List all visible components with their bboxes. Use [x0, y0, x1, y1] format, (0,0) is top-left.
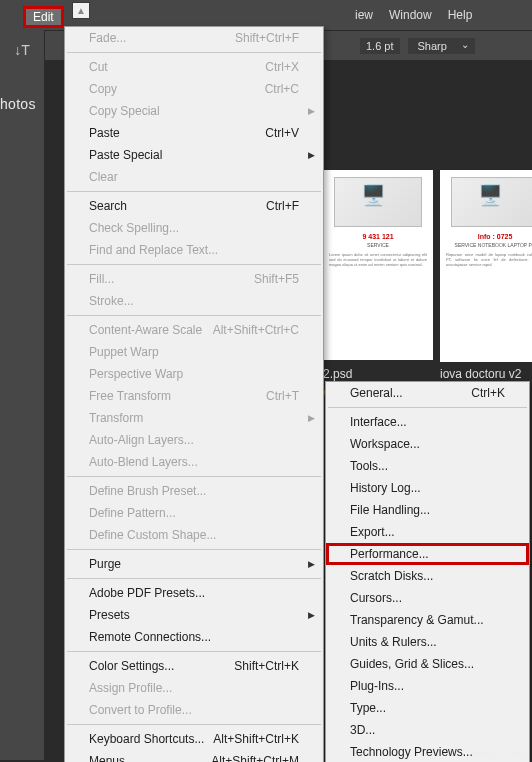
menu-item-cursors[interactable]: Cursors... — [326, 587, 529, 609]
menu-item-label: 3D... — [350, 723, 375, 737]
menu-item-stroke: Stroke... — [65, 290, 323, 312]
menu-item-3d[interactable]: 3D... — [326, 719, 529, 741]
menu-item-define-custom-shape: Define Custom Shape... — [65, 524, 323, 546]
menu-item-interface[interactable]: Interface... — [326, 411, 529, 433]
menu-item-plug-ins[interactable]: Plug-Ins... — [326, 675, 529, 697]
panel-title: hotos — [0, 96, 36, 112]
thumbnail-2[interactable]: Info : 0725 SERVICE NOTEBOOK LAPTOP PC R… — [440, 170, 532, 362]
submenu-arrow-icon: ▶ — [308, 413, 315, 423]
menu-item-label: Type... — [350, 701, 386, 715]
menu-item-label: Copy — [89, 82, 117, 96]
thumbnail-subtitle: SERVICE NOTEBOOK LAPTOP PC — [443, 242, 532, 248]
menu-item-shortcut: Alt+Shift+Ctrl+M — [211, 754, 299, 762]
menu-item-copy: CopyCtrl+C — [65, 78, 323, 100]
menu-item-keyboard-shortcuts[interactable]: Keyboard Shortcuts...Alt+Shift+Ctrl+K — [65, 728, 323, 750]
thumbnail-subtitle: SERVICE — [326, 242, 430, 248]
menu-item-label: Fade... — [89, 31, 126, 45]
thumbnail-hotline: Info : 0725 — [443, 233, 532, 240]
menu-item-label: Assign Profile... — [89, 681, 172, 695]
menu-item-convert-to-profile: Convert to Profile... — [65, 699, 323, 721]
submenu-arrow-icon: ▶ — [308, 150, 315, 160]
menu-item-file-handling[interactable]: File Handling... — [326, 499, 529, 521]
menu-item-define-brush-preset: Define Brush Preset... — [65, 480, 323, 502]
menu-item-label: Workspace... — [350, 437, 420, 451]
menu-item-tools[interactable]: Tools... — [326, 455, 529, 477]
menu-item-shortcut: Ctrl+T — [266, 389, 299, 403]
menu-item-label: Find and Replace Text... — [89, 243, 218, 257]
menu-item-shortcut: Ctrl+K — [471, 386, 505, 400]
menu-separator — [328, 407, 527, 408]
menu-view[interactable]: iew — [347, 4, 381, 26]
menu-item-label: Stroke... — [89, 294, 134, 308]
menu-item-copy-special: Copy Special▶ — [65, 100, 323, 122]
menu-item-label: Define Pattern... — [89, 506, 176, 520]
menu-item-export[interactable]: Export... — [326, 521, 529, 543]
menu-item-label: Puppet Warp — [89, 345, 159, 359]
menu-separator — [67, 578, 321, 579]
menu-item-shortcut: Ctrl+V — [265, 126, 299, 140]
menu-item-paste-special[interactable]: Paste Special▶ — [65, 144, 323, 166]
type-tool-icon[interactable]: ↓T — [8, 38, 36, 62]
menu-item-shortcut: Ctrl+X — [265, 60, 299, 74]
menu-item-units-rulers[interactable]: Units & Rulers... — [326, 631, 529, 653]
menu-item-history-log[interactable]: History Log... — [326, 477, 529, 499]
edit-menu: Fade...Shift+Ctrl+FCutCtrl+XCopyCtrl+CCo… — [64, 26, 324, 762]
menu-item-label: General... — [350, 386, 403, 400]
menu-item-shortcut: Alt+Shift+Ctrl+K — [213, 732, 299, 746]
preferences-submenu: General...Ctrl+KInterface...Workspace...… — [325, 381, 530, 762]
menu-item-label: Performance... — [350, 547, 429, 561]
menu-item-color-settings[interactable]: Color Settings...Shift+Ctrl+K — [65, 655, 323, 677]
antialias-select[interactable]: Sharp — [408, 38, 475, 54]
menu-item-label: Interface... — [350, 415, 407, 429]
font-size-field[interactable]: 1.6 pt — [360, 38, 400, 54]
tools-panel: ↓T — [0, 30, 45, 760]
menu-item-check-spelling: Check Spelling... — [65, 217, 323, 239]
menu-item-shortcut: Ctrl+C — [265, 82, 299, 96]
menu-item-cut: CutCtrl+X — [65, 56, 323, 78]
submenu-indicator-icon: ▲ — [72, 2, 90, 19]
menu-item-remote-connections[interactable]: Remote Connections... — [65, 626, 323, 648]
menu-item-paste[interactable]: PasteCtrl+V — [65, 122, 323, 144]
menu-item-type[interactable]: Type... — [326, 697, 529, 719]
thumbnail-image — [451, 177, 532, 227]
menu-item-guides-grid-slices[interactable]: Guides, Grid & Slices... — [326, 653, 529, 675]
menu-item-free-transform: Free TransformCtrl+T — [65, 385, 323, 407]
menu-item-label: Color Settings... — [89, 659, 174, 673]
menu-item-transform: Transform▶ — [65, 407, 323, 429]
menu-separator — [67, 549, 321, 550]
menu-item-label: Check Spelling... — [89, 221, 179, 235]
menu-item-general[interactable]: General...Ctrl+K — [326, 382, 529, 404]
menu-item-menus[interactable]: Menus...Alt+Shift+Ctrl+M — [65, 750, 323, 762]
menu-item-label: Paste — [89, 126, 120, 140]
menu-item-workspace[interactable]: Workspace... — [326, 433, 529, 455]
menu-item-label: File Handling... — [350, 503, 430, 517]
menu-help[interactable]: Help — [440, 4, 481, 26]
menu-item-search[interactable]: SearchCtrl+F — [65, 195, 323, 217]
thumbnail-1[interactable]: 9 431 121 SERVICE Lorem ipsum dolor sit … — [323, 170, 433, 360]
menu-item-fade: Fade...Shift+Ctrl+F — [65, 27, 323, 49]
menu-item-label: Scratch Disks... — [350, 569, 433, 583]
menu-item-fill: Fill...Shift+F5 — [65, 268, 323, 290]
thumbnail-2-label: iova doctoru v2 — [440, 367, 521, 381]
menu-item-presets[interactable]: Presets▶ — [65, 604, 323, 626]
menu-item-transparency-gamut[interactable]: Transparency & Gamut... — [326, 609, 529, 631]
menu-item-label: Remote Connections... — [89, 630, 211, 644]
menu-item-shortcut: Shift+Ctrl+K — [234, 659, 299, 673]
menu-item-shortcut: Shift+F5 — [254, 272, 299, 286]
menu-item-label: Define Brush Preset... — [89, 484, 206, 498]
menu-item-shortcut: Ctrl+F — [266, 199, 299, 213]
menu-item-scratch-disks[interactable]: Scratch Disks... — [326, 565, 529, 587]
menu-window[interactable]: Window — [381, 4, 440, 26]
menu-item-label: Keyboard Shortcuts... — [89, 732, 204, 746]
menu-item-label: Copy Special — [89, 104, 160, 118]
submenu-arrow-icon: ▶ — [308, 106, 315, 116]
menu-item-adobe-pdf-presets[interactable]: Adobe PDF Presets... — [65, 582, 323, 604]
submenu-arrow-icon: ▶ — [308, 610, 315, 620]
menu-edit[interactable]: Edit — [23, 6, 64, 28]
menu-item-performance[interactable]: Performance... — [326, 543, 529, 565]
menu-item-purge[interactable]: Purge▶ — [65, 553, 323, 575]
menu-item-perspective-warp: Perspective Warp — [65, 363, 323, 385]
menu-item-label: Cursors... — [350, 591, 402, 605]
menu-item-label: Export... — [350, 525, 395, 539]
menu-item-find-and-replace-text: Find and Replace Text... — [65, 239, 323, 261]
